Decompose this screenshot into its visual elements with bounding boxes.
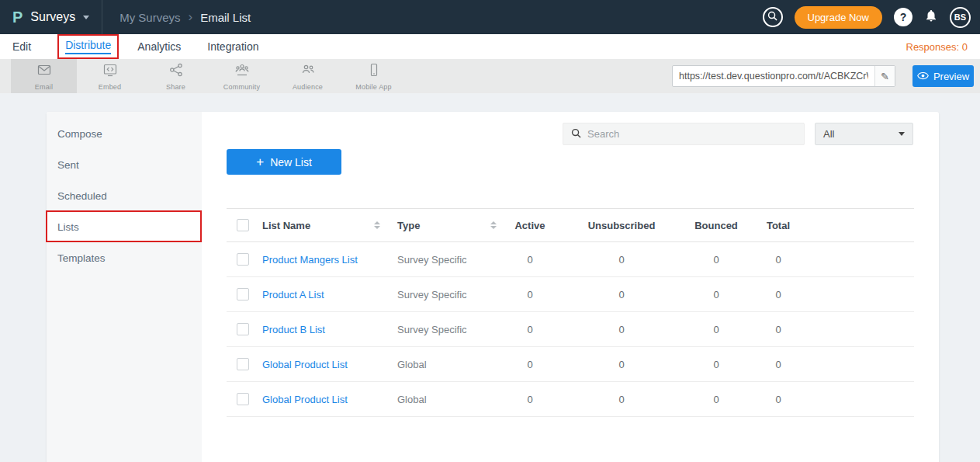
survey-url-field: ✎ bbox=[672, 65, 895, 87]
mobile-phone-icon bbox=[366, 62, 382, 81]
list-type: Global bbox=[390, 359, 506, 370]
product-name: Surveys bbox=[30, 10, 75, 24]
distribute-annotation-box: Distribute bbox=[57, 34, 119, 59]
embed-code-icon bbox=[102, 62, 118, 81]
channel-email[interactable]: Email bbox=[11, 59, 77, 93]
email-lists-table: List Name Type Active Unsubscribed Bounc… bbox=[227, 208, 914, 417]
row-checkbox[interactable] bbox=[237, 393, 249, 405]
audience-people-icon bbox=[300, 62, 316, 81]
sidebar-item-scheduled[interactable]: Scheduled bbox=[47, 180, 202, 211]
row-checkbox[interactable] bbox=[237, 358, 249, 370]
tab-edit[interactable]: Edit bbox=[12, 40, 31, 53]
list-name-link[interactable]: Global Product List bbox=[253, 359, 390, 370]
bell-icon bbox=[924, 9, 938, 26]
questionpro-logo-icon: P bbox=[12, 9, 23, 26]
channel-label: Email bbox=[35, 83, 54, 91]
list-name-link[interactable]: Product B List bbox=[253, 324, 390, 335]
column-header-unsubscribed: Unsubscribed bbox=[554, 220, 689, 231]
active-count: 0 bbox=[506, 254, 554, 266]
table-row: Product B List Survey Specific 0 0 0 0 bbox=[227, 312, 914, 347]
column-header-total: Total bbox=[743, 220, 813, 231]
bounced-count: 0 bbox=[689, 289, 743, 300]
column-header-bounced: Bounced bbox=[689, 220, 743, 231]
total-count: 0 bbox=[743, 394, 813, 405]
tab-integration[interactable]: Integration bbox=[207, 40, 258, 53]
active-count: 0 bbox=[506, 359, 554, 370]
envelope-icon bbox=[36, 62, 52, 81]
bounced-count: 0 bbox=[689, 359, 743, 370]
help-button[interactable]: ? bbox=[894, 8, 912, 26]
column-header-list-name[interactable]: List Name bbox=[262, 220, 310, 231]
list-name-link[interactable]: Product A List bbox=[253, 289, 390, 300]
plus-icon: + bbox=[256, 155, 264, 168]
sidebar-item-compose[interactable]: Compose bbox=[47, 118, 202, 149]
total-count: 0 bbox=[743, 324, 813, 335]
list-type: Survey Specific bbox=[390, 254, 506, 266]
select-all-checkbox[interactable] bbox=[237, 219, 249, 231]
breadcrumb-current: Email List bbox=[200, 11, 251, 24]
active-count: 0 bbox=[506, 394, 554, 405]
search-icon bbox=[571, 127, 581, 141]
share-network-icon bbox=[168, 62, 184, 81]
topbar-divider bbox=[102, 0, 102, 34]
active-count: 0 bbox=[506, 289, 554, 300]
unsubscribed-count: 0 bbox=[554, 359, 689, 370]
tab-distribute[interactable]: Distribute bbox=[65, 39, 111, 54]
channel-community[interactable]: Community bbox=[209, 59, 275, 93]
search-icon bbox=[767, 10, 777, 24]
new-list-button[interactable]: + New List bbox=[227, 149, 341, 175]
sort-icon[interactable] bbox=[374, 221, 380, 229]
survey-url-input[interactable] bbox=[673, 66, 874, 86]
sidebar-item-sent[interactable]: Sent bbox=[47, 149, 202, 180]
channel-share[interactable]: Share bbox=[143, 59, 209, 93]
active-count: 0 bbox=[506, 324, 554, 335]
table-row: Global Product List Global 0 0 0 0 bbox=[227, 347, 914, 382]
unsubscribed-count: 0 bbox=[554, 324, 689, 335]
new-list-label: New List bbox=[270, 156, 312, 168]
top-bar: P Surveys My Surveys › Email List Upgrad… bbox=[0, 0, 980, 34]
avatar[interactable]: BS bbox=[950, 7, 971, 28]
unsubscribed-count: 0 bbox=[554, 254, 689, 266]
responses-count[interactable]: Responses: 0 bbox=[906, 41, 968, 53]
channel-audience[interactable]: Audience bbox=[275, 59, 341, 93]
list-type: Survey Specific bbox=[390, 324, 506, 335]
row-checkbox[interactable] bbox=[237, 253, 249, 266]
chevron-down-icon bbox=[83, 16, 89, 19]
sort-icon[interactable] bbox=[490, 221, 497, 229]
sidebar-item-templates[interactable]: Templates bbox=[47, 242, 202, 273]
table-row: Product Mangers List Survey Specific 0 0… bbox=[227, 242, 914, 277]
list-name-link[interactable]: Product Mangers List bbox=[253, 254, 390, 266]
tab-analytics[interactable]: Analytics bbox=[137, 40, 181, 53]
row-checkbox[interactable] bbox=[237, 323, 249, 335]
list-search-input[interactable] bbox=[587, 128, 796, 140]
preview-label: Preview bbox=[933, 71, 969, 82]
search-button[interactable] bbox=[763, 7, 783, 27]
preview-button[interactable]: Preview bbox=[912, 65, 974, 87]
row-checkbox[interactable] bbox=[237, 288, 249, 300]
topbar-actions: Upgrade Now ? BS bbox=[763, 6, 971, 29]
channel-label: Mobile App bbox=[355, 83, 392, 91]
bounced-count: 0 bbox=[689, 324, 743, 335]
list-type: Survey Specific bbox=[390, 289, 506, 300]
table-header-row: List Name Type Active Unsubscribed Bounc… bbox=[227, 208, 914, 242]
edit-url-pencil-icon[interactable]: ✎ bbox=[874, 66, 895, 86]
filter-value: All bbox=[823, 128, 834, 140]
table-row: Global Product List Global 0 0 0 0 bbox=[227, 382, 914, 417]
breadcrumb-parent[interactable]: My Surveys bbox=[119, 11, 180, 24]
upgrade-now-button[interactable]: Upgrade Now bbox=[795, 6, 883, 29]
column-header-type[interactable]: Type bbox=[397, 220, 420, 231]
list-type: Global bbox=[390, 394, 506, 405]
email-lists-panel: Compose Sent Scheduled Lists Templates A… bbox=[47, 112, 939, 462]
surveys-product-switcher[interactable]: P Surveys bbox=[12, 9, 89, 26]
bounced-count: 0 bbox=[689, 394, 743, 405]
notifications-button[interactable] bbox=[924, 9, 938, 26]
channel-mobile-app[interactable]: Mobile App bbox=[341, 59, 407, 93]
list-type-filter-dropdown[interactable]: All bbox=[815, 123, 913, 145]
table-row: Product A List Survey Specific 0 0 0 0 bbox=[227, 277, 914, 312]
sidebar-item-lists[interactable]: Lists bbox=[47, 211, 202, 242]
channel-label: Embed bbox=[99, 83, 122, 91]
channel-label: Share bbox=[166, 83, 185, 91]
list-name-link[interactable]: Global Product List bbox=[253, 394, 390, 405]
channel-embed[interactable]: Embed bbox=[77, 59, 143, 93]
total-count: 0 bbox=[743, 254, 813, 266]
